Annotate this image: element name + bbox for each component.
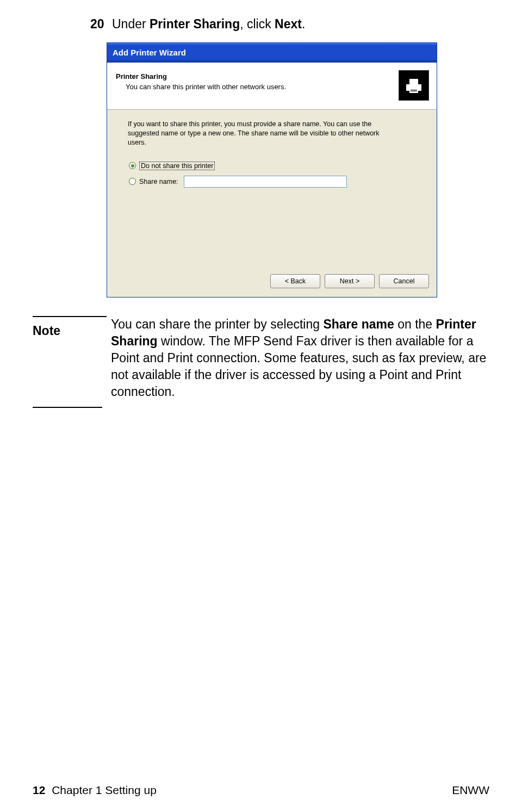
- svg-rect-1: [409, 79, 418, 84]
- step-text-mid: , click: [240, 17, 275, 31]
- dialog-header-subtitle: You can share this printer with other ne…: [126, 83, 393, 91]
- radio-do-not-share[interactable]: Do not share this printer: [129, 162, 417, 170]
- dialog-header-pane: Printer Sharing You can share this print…: [107, 63, 437, 110]
- radio-do-not-share-label: Do not share this printer: [139, 162, 215, 170]
- note-bottom-rule: [33, 407, 102, 408]
- printer-icon: [399, 70, 429, 101]
- next-button[interactable]: Next >: [325, 274, 375, 288]
- step-number: 20: [90, 17, 104, 31]
- radio-icon: [129, 162, 136, 169]
- step-text-pre: Under: [112, 17, 150, 31]
- radio-share-name-label: Share name:: [139, 178, 178, 185]
- cancel-button[interactable]: Cancel: [379, 274, 429, 288]
- svg-rect-4: [411, 91, 417, 91]
- radio-icon: [129, 178, 136, 185]
- step-bold-next: Next: [275, 17, 302, 31]
- step-bold-printer-sharing: Printer Sharing: [150, 17, 240, 31]
- radio-share-name[interactable]: Share name:: [129, 176, 417, 188]
- svg-rect-3: [411, 90, 417, 90]
- note-block: Note You can share the printer by select…: [33, 316, 489, 400]
- footer-chapter: Chapter 1 Setting up: [52, 784, 157, 796]
- dialog-client-area: If you want to share this printer, you m…: [107, 110, 437, 268]
- back-button[interactable]: < Back: [270, 274, 320, 288]
- dialog-header-title: Printer Sharing: [116, 72, 393, 80]
- footer-left: 12 Chapter 1 Setting up: [33, 784, 157, 797]
- dialog-description: If you want to share this printer, you m…: [128, 120, 400, 147]
- note-label: Note: [33, 323, 107, 339]
- share-name-input[interactable]: [184, 176, 347, 188]
- note-top-rule: [33, 316, 107, 317]
- note-bold-share-name: Share name: [323, 317, 394, 331]
- page-footer: 12 Chapter 1 Setting up ENWW: [0, 784, 522, 797]
- dialog-titlebar: Add Printer Wizard: [107, 43, 437, 63]
- footer-right: ENWW: [452, 784, 489, 797]
- dialog-button-row: < Back Next > Cancel: [107, 268, 437, 297]
- step-line: 20 Under Printer Sharing, click Next.: [90, 16, 489, 33]
- dialog-title: Add Printer Wizard: [113, 48, 186, 57]
- step-text-post: .: [302, 17, 305, 31]
- note-body: You can share the printer by selecting S…: [107, 316, 489, 400]
- add-printer-wizard-dialog: Add Printer Wizard Printer Sharing You c…: [107, 42, 437, 297]
- footer-page-number: 12: [33, 784, 45, 796]
